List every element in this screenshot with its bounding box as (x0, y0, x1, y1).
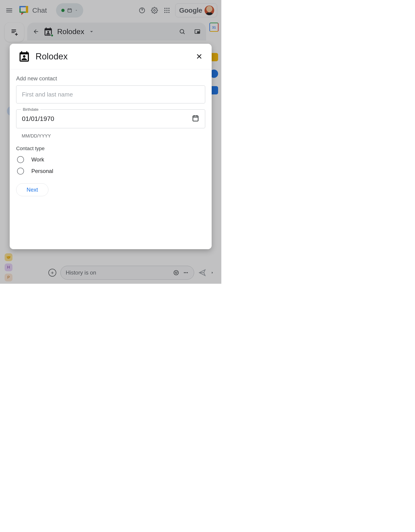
next-button[interactable]: Next (16, 183, 49, 196)
contact-type-label: Contact type (16, 146, 205, 152)
svg-rect-28 (193, 116, 198, 121)
svg-point-27 (23, 55, 26, 58)
birthdate-value: 01/01/1970 (22, 115, 54, 123)
radio-work[interactable]: Work (17, 156, 205, 163)
dialog-title: Rolodex (36, 52, 68, 61)
name-placeholder: First and last name (22, 91, 73, 98)
next-label: Next (27, 187, 38, 193)
dialog-body: Add new contact First and last name Birt… (10, 69, 212, 202)
section-heading: Add new contact (16, 75, 205, 82)
radio-personal[interactable]: Personal (17, 168, 205, 175)
date-picker-icon[interactable] (192, 114, 199, 124)
rolodex-icon (18, 50, 30, 63)
close-icon (196, 53, 203, 60)
rolodex-dialog: Rolodex Add new contact First and last n… (10, 44, 212, 249)
birthdate-input[interactable]: Birthdate 01/01/1970 (16, 109, 205, 128)
radio-icon (17, 168, 24, 175)
birthdate-help: MM/DD/YYYY (22, 133, 205, 139)
radio-label-personal: Personal (31, 168, 53, 174)
dialog-header: Rolodex (10, 44, 212, 69)
radio-icon (17, 156, 24, 163)
radio-label-work: Work (31, 156, 44, 163)
close-button[interactable] (195, 52, 203, 61)
name-input[interactable]: First and last name (16, 86, 205, 104)
birthdate-label: Birthdate (21, 107, 40, 112)
